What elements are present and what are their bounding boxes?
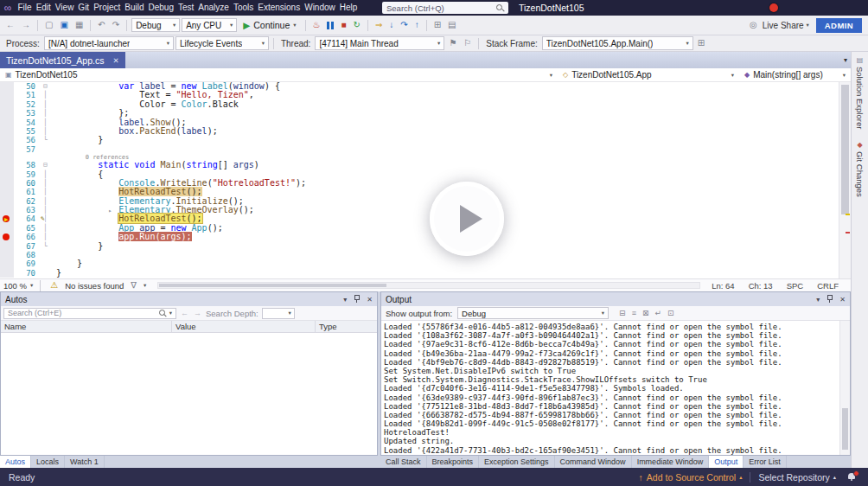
code-line-57[interactable]: 57 (0, 145, 839, 154)
outline-margin[interactable] (40, 269, 51, 278)
outline-margin[interactable]: ⊟ (40, 82, 51, 91)
breakpoint-margin[interactable]: ▶ (0, 214, 14, 223)
outline-margin[interactable]: │ (40, 197, 51, 206)
tab-command-window[interactable]: Command Window (555, 456, 632, 468)
hot-reload-icon[interactable]: ♨ (310, 21, 323, 29)
breakpoint-margin[interactable] (0, 179, 14, 188)
platform-dropdown[interactable]: Any CPU ▾ (182, 18, 237, 32)
breakpoint-margin[interactable] (0, 259, 14, 268)
code-text[interactable] (51, 251, 839, 259)
issues-text[interactable]: No issues found (65, 281, 124, 291)
breakpoint-margin[interactable] (0, 206, 14, 214)
select-repository-button[interactable]: Select Repository ▴ (758, 472, 836, 483)
undo-icon[interactable]: ↶ (95, 21, 107, 29)
flag-outline-icon[interactable]: ⚐ (461, 39, 474, 48)
breakpoint-margin[interactable] (0, 224, 14, 233)
editor-vertical-scrollbar[interactable] (839, 82, 851, 278)
breakpoint-margin[interactable] (0, 188, 14, 196)
tab-autos[interactable]: Autos (0, 456, 31, 468)
code-line-70[interactable]: 70} (0, 269, 839, 278)
zoom-control[interactable]: 100 % ▾ (3, 281, 33, 291)
continue-button[interactable]: ▶ Continue ▾ (239, 20, 300, 30)
breadcrumb-project-dropdown[interactable]: ▣TizenDotNet105▾ (0, 68, 558, 81)
code-text[interactable]: } (51, 259, 839, 268)
code-line-55[interactable]: 55│ box.PackEnd(label); (0, 127, 839, 136)
breakpoint-icon[interactable] (3, 233, 10, 240)
tab-call-stack[interactable]: Call Stack (380, 456, 427, 468)
outline-margin[interactable]: └ (40, 136, 51, 144)
scrollbar-thumb[interactable] (841, 85, 849, 214)
breakpoint-margin[interactable] (0, 127, 14, 136)
flag-threads-icon[interactable]: ⚑ (446, 39, 459, 48)
side-tab-git-changes[interactable]: ◆Git Changes (855, 141, 865, 197)
breakpoint-margin[interactable] (0, 233, 14, 241)
menu-build[interactable]: Build (123, 0, 146, 16)
menu-window[interactable]: Window (303, 0, 338, 16)
menu-debug[interactable]: Debug (146, 0, 176, 16)
pin-icon[interactable] (827, 295, 833, 304)
filter-icon[interactable]: ∇ (128, 281, 139, 290)
code-line-66[interactable]: 66│ app.Run(args); (0, 233, 839, 241)
breakpoint-margin[interactable] (0, 118, 14, 127)
outline-margin[interactable]: │ (40, 127, 51, 136)
outline-margin[interactable]: │ (40, 179, 51, 188)
output-log[interactable]: Loaded '{55786f34-e016-44b5-a812-004935d… (381, 321, 850, 455)
close-icon[interactable]: ✕ (367, 296, 373, 304)
menu-analyze[interactable]: Analyze (196, 0, 232, 16)
document-well-dropdown-icon[interactable]: ▾ (844, 56, 847, 64)
output-vertical-scrollbar[interactable] (839, 321, 850, 455)
admin-badge[interactable]: ADMIN (816, 18, 862, 33)
go-to-message-icon[interactable]: ≡ (632, 309, 636, 317)
tab-exception-settings[interactable]: Exception Settings (479, 456, 555, 468)
outline-margin[interactable]: │ (40, 109, 51, 118)
menu-file[interactable]: File (16, 0, 34, 16)
code-line-56[interactable]: 56└ } (0, 136, 839, 144)
toggle-autoscroll-icon[interactable]: ⊡ (667, 309, 674, 317)
column-header-value[interactable]: Value (172, 321, 316, 332)
autos-panel-title-bar[interactable]: Autos ▾ ✕ (1, 292, 377, 306)
menu-test[interactable]: Test (176, 0, 195, 16)
notifications-button[interactable] (847, 472, 858, 482)
outline-margin[interactable]: └ (40, 242, 51, 251)
stack-frame-dropdown[interactable]: TizenDotNet105.App.Main() ▾ (542, 36, 693, 50)
live-share-button[interactable]: ◎ Live Share ▾ (747, 21, 809, 30)
menu-git[interactable]: Git (76, 0, 92, 16)
search-previous-icon[interactable]: ← (180, 309, 189, 317)
step-into-icon[interactable]: ↓ (386, 21, 396, 29)
outline-margin[interactable] (40, 154, 51, 161)
menu-tools[interactable]: Tools (231, 0, 255, 16)
search-depth-dropdown[interactable]: ▾ (262, 308, 295, 319)
code-text[interactable]: } (51, 269, 839, 278)
outline-margin[interactable]: │ (40, 118, 51, 127)
restart-icon[interactable]: ↻ (351, 21, 363, 29)
scrollbar-thumb[interactable] (842, 408, 848, 450)
scrollbar-thumb[interactable] (159, 284, 386, 287)
breakpoint-margin[interactable] (0, 136, 14, 144)
menu-view[interactable]: View (53, 0, 76, 16)
outline-margin[interactable] (40, 145, 51, 154)
breakpoint-margin[interactable] (0, 154, 14, 161)
autos-body[interactable] (1, 333, 377, 455)
break-all-icon[interactable] (327, 22, 334, 29)
code-line-67[interactable]: 67└ } (0, 242, 839, 251)
navigate-backward-icon[interactable]: ← (3, 21, 17, 29)
code-line-58[interactable]: 58⊟ static void Main(string[] args) (0, 161, 839, 169)
editor-horizontal-scrollbar[interactable] (157, 282, 700, 289)
process-dropdown[interactable]: [N/A] dotnet-launcher ▾ (44, 36, 174, 50)
issues-indicator-icon[interactable]: ⚠ (48, 281, 61, 290)
tab-watch-1[interactable]: Watch 1 (65, 456, 105, 468)
video-play-button[interactable] (430, 182, 504, 256)
quick-search-box[interactable]: Search (Ctrl+Q) (382, 2, 508, 14)
tab-immediate-window[interactable]: Immediate Window (632, 456, 710, 468)
breakpoint-margin[interactable] (0, 161, 14, 169)
code-text[interactable]: Color = Color.Black (51, 100, 839, 109)
thread-dropdown[interactable]: [47114] Main Thread ▾ (315, 36, 444, 50)
breadcrumb-class-dropdown[interactable]: ◇TizenDotNet105.App▾ (558, 68, 739, 81)
search-next-icon[interactable]: → (193, 309, 202, 317)
redo-icon[interactable]: ↷ (110, 21, 122, 29)
output-source-dropdown[interactable]: Debug ▾ (457, 307, 609, 319)
outline-margin[interactable] (40, 251, 51, 259)
code-text[interactable]: box.PackEnd(label); (51, 127, 839, 136)
breakpoint-margin[interactable] (0, 109, 14, 118)
breakpoint-margin[interactable] (0, 91, 14, 99)
